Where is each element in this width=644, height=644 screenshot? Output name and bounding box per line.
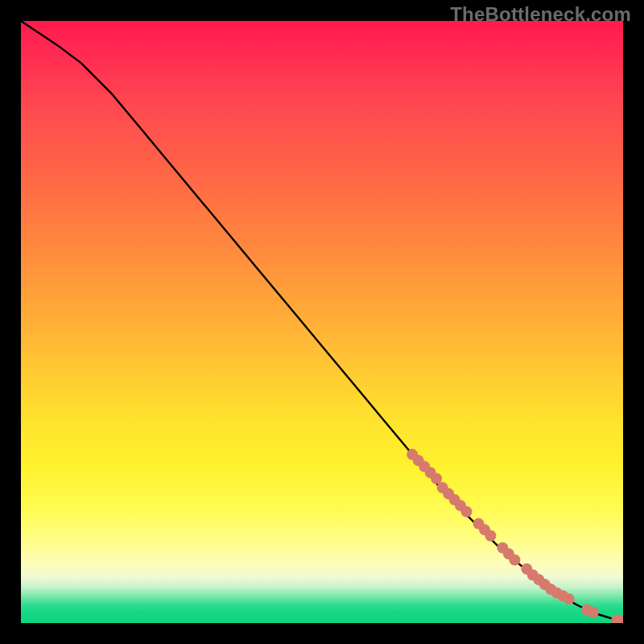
markers-group (407, 449, 623, 623)
marker-point (509, 555, 520, 566)
marker-point (485, 530, 496, 542)
plot-area (21, 21, 623, 623)
curve-path (21, 21, 623, 621)
marker-point (588, 607, 599, 618)
chart-frame: TheBottleneck.com (0, 0, 644, 644)
marker-point (564, 593, 575, 605)
marker-point (461, 506, 473, 518)
curve-svg (21, 21, 623, 623)
watermark-text: TheBottleneck.com (450, 3, 631, 26)
